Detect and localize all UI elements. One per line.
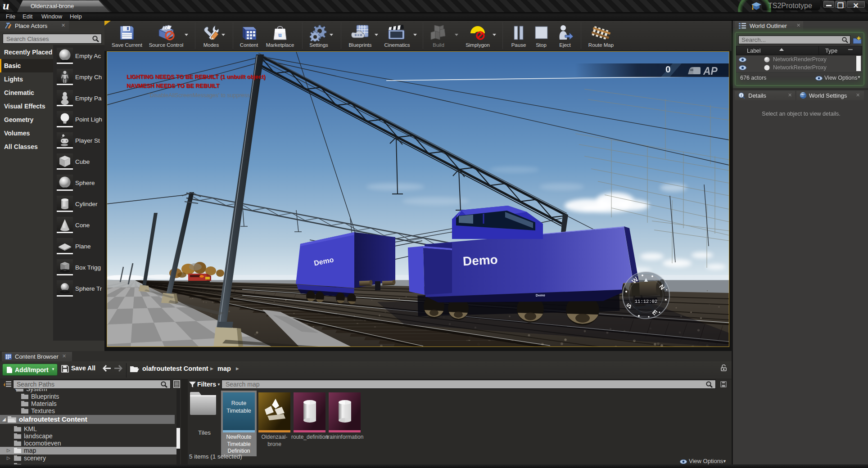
svg-text:0: 0 bbox=[665, 64, 671, 74]
svg-text:Demo: Demo bbox=[462, 252, 498, 268]
svg-text:NAVMESH NEEDS TO BE REBUILT: NAVMESH NEEDS TO BE REBUILT bbox=[127, 83, 220, 89]
svg-text:Demo: Demo bbox=[536, 293, 546, 297]
svg-text:LIGHTING NEEDS TO BE REBUILT (: LIGHTING NEEDS TO BE REBUILT (1 unbuilt … bbox=[127, 74, 266, 80]
svg-text:u: u bbox=[278, 32, 282, 38]
svg-text:'DisableAllScreenMessages' to: 'DisableAllScreenMessages' to suppress bbox=[149, 92, 250, 99]
svg-text:11:12:02: 11:12:02 bbox=[635, 299, 657, 304]
svg-text:AP: AP bbox=[703, 65, 718, 77]
